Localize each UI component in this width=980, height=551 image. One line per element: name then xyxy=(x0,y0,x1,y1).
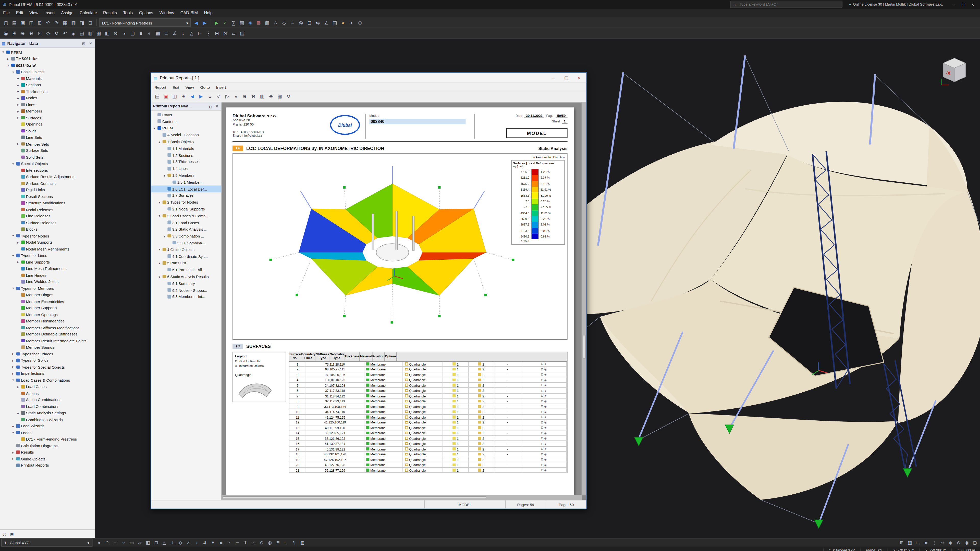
zoom-in-icon[interactable]: ⊕ xyxy=(19,29,27,37)
tree-item[interactable]: ▸ Results xyxy=(0,449,95,456)
close-panel-icon[interactable]: × xyxy=(88,41,93,45)
isometric-view-icon[interactable]: ◈ xyxy=(69,29,78,37)
axes-icon[interactable]: ∠ xyxy=(322,18,330,27)
dimension-icon[interactable]: ⊢ xyxy=(234,538,242,547)
eccentricity-icon[interactable]: ∠ xyxy=(185,538,192,547)
supports-display-icon[interactable]: △ xyxy=(188,29,196,37)
report-tree-item[interactable]: 4.1 Coordinate Sys... xyxy=(151,253,221,259)
tree-item[interactable]: ▸ Types for Surfaces xyxy=(0,351,95,357)
guideline-icon[interactable]: ⋯ xyxy=(250,538,258,547)
pin-icon[interactable]: ⊡ xyxy=(81,41,86,45)
rendering-icon[interactable]: ▨ xyxy=(331,18,339,27)
new-model-icon[interactable]: ▢ xyxy=(2,18,10,27)
previous-load-case-icon[interactable]: ◀ xyxy=(192,18,200,27)
tree-item[interactable]: Load Combinations xyxy=(0,403,95,410)
report-tree-item[interactable]: ▾ 5 Parts List xyxy=(151,260,221,266)
hinges-icon[interactable]: ◇ xyxy=(280,18,288,27)
view-z-icon[interactable]: ▦ xyxy=(95,29,103,37)
expander-icon[interactable]: ▸ xyxy=(16,103,20,106)
redo-icon[interactable]: ↷ xyxy=(52,18,61,27)
calculate-all-icon[interactable]: ▶ xyxy=(213,18,221,27)
tree-item[interactable]: ▾ Special Objects xyxy=(0,160,95,167)
expander-icon[interactable]: ▸ xyxy=(11,365,15,369)
report-vertical-scrollbar[interactable] xyxy=(581,103,587,495)
section-icon[interactable]: ⊟ xyxy=(305,18,313,27)
menu-item[interactable]: Window xyxy=(156,11,177,15)
expander-icon[interactable]: ▸ xyxy=(16,142,20,146)
workplane-snap-icon[interactable]: ▱ xyxy=(939,538,946,547)
license-info[interactable]: ● Online License 30 | Martin Motlík | Dl… xyxy=(845,3,947,6)
settings-icon[interactable]: ⊙ xyxy=(356,18,364,27)
expander-icon[interactable]: ▾ xyxy=(158,275,161,278)
tree-item[interactable]: Member Openings xyxy=(0,311,95,318)
report-page-area[interactable]: Dlubal Software s.r.o. Anglická 28 Praha… xyxy=(222,103,586,500)
local-axes-icon[interactable]: ∠ xyxy=(171,29,179,37)
panel-toggle-icon[interactable]: ◨ xyxy=(78,18,86,27)
report-tree-item[interactable]: ▾ 4 Guide Objects xyxy=(151,246,221,253)
full-model-icon[interactable]: ⊙ xyxy=(111,29,120,37)
zoom-out-icon[interactable]: ⊖ xyxy=(249,92,258,100)
tables-icon[interactable]: ▥ xyxy=(69,18,78,27)
print-icon[interactable]: ◫ xyxy=(27,18,35,27)
expander-icon[interactable]: ▸ xyxy=(16,109,20,113)
result-values-icon[interactable]: ▧ xyxy=(238,18,246,27)
nodal-support-icon[interactable]: △ xyxy=(160,538,168,547)
nodal-load-icon[interactable]: ↓ xyxy=(193,538,201,547)
report-tree-item[interactable]: ▾ 1.5 Members xyxy=(151,172,221,179)
perspective-icon[interactable]: ◧ xyxy=(103,29,111,37)
tree-item[interactable]: Surface Contacts xyxy=(0,180,95,186)
expander-icon[interactable]: ▾ xyxy=(158,214,161,218)
zoom-window-icon[interactable]: ⊡ xyxy=(36,29,44,37)
data-navigator-icon[interactable]: ▦ xyxy=(61,18,69,27)
solid-display-icon[interactable]: ■ xyxy=(137,29,145,37)
surface-load-icon[interactable]: ▼ xyxy=(209,538,217,547)
cad-snap-icon[interactable]: ◈ xyxy=(947,538,955,547)
rectangle-icon[interactable]: ▭ xyxy=(128,538,136,547)
expander-icon[interactable]: ▸ xyxy=(16,411,20,415)
results-icon[interactable]: ∑ xyxy=(229,18,238,27)
snap-grid-icon[interactable]: ⊞ xyxy=(898,538,906,547)
minimize-button[interactable]: – xyxy=(950,0,959,8)
navigation-cube[interactable]: -X xyxy=(936,52,973,89)
expander-icon[interactable]: ▸ xyxy=(11,450,15,454)
grid-icon[interactable]: ⊞ xyxy=(213,29,221,37)
report-tree-item[interactable]: ▾ 6 Static Analysis Results xyxy=(151,273,221,280)
report-menu-item[interactable]: View xyxy=(183,85,197,89)
print-preview-icon[interactable]: ▦ xyxy=(275,92,284,100)
report-menu-item[interactable]: Insert xyxy=(213,85,229,89)
print-report-icon[interactable]: ◫ xyxy=(171,92,179,100)
report-tree-item[interactable]: Contents xyxy=(151,118,221,124)
expander-icon[interactable]: ▾ xyxy=(11,162,15,165)
tree-item[interactable]: Solid Sets xyxy=(0,154,95,160)
next-page-icon[interactable]: ▷ xyxy=(223,92,231,100)
tree-item[interactable]: ▾ Loads xyxy=(0,429,95,436)
next-load-case-icon[interactable]: ▶ xyxy=(200,18,209,27)
expander-icon[interactable]: ▸ xyxy=(16,240,20,244)
background-icon[interactable]: ▨ xyxy=(238,29,246,37)
tree-item[interactable]: Line Mesh Refinements xyxy=(0,265,95,272)
report-tree-item[interactable]: 3.2 Static Analysis ... xyxy=(151,226,221,232)
tree-item[interactable]: ▸ Nodes xyxy=(0,95,95,101)
tree-item[interactable]: ▸ Lines xyxy=(0,101,95,108)
previous-view-icon[interactable]: ↶ xyxy=(61,29,69,37)
keyword-search[interactable]: ⊙ xyxy=(730,0,843,8)
report-nav-close-icon[interactable]: × xyxy=(215,104,220,108)
solid-icon[interactable]: ◧ xyxy=(144,538,152,547)
last-page-icon[interactable]: » xyxy=(232,92,240,100)
report-tree-item[interactable]: ▾ 3 Load Cases & Combi... xyxy=(151,213,221,219)
tree-item[interactable]: Nodal Releases xyxy=(0,206,95,213)
mesh-display-icon[interactable]: ▩ xyxy=(154,29,162,37)
tree-item[interactable]: ▾ RFEM xyxy=(0,49,95,56)
tree-item[interactable]: Nodal Mesh Refinements xyxy=(0,245,95,252)
coordinate-system-selector[interactable]: 1 - Global XYZ ▾ xyxy=(1,538,93,547)
layers-icon[interactable]: ≣ xyxy=(274,538,282,547)
insert-node-icon[interactable]: ● xyxy=(95,538,103,547)
tree-item[interactable]: ▸ Imperfections xyxy=(0,370,95,377)
go-back-icon[interactable]: ◀ xyxy=(188,92,196,100)
work-plane-icon[interactable]: ▱ xyxy=(230,29,238,37)
visibility-mode-icon[interactable]: ◎ xyxy=(266,538,274,547)
numbering-icon[interactable]: ≡ xyxy=(288,18,297,27)
expander-icon[interactable]: ▸ xyxy=(11,457,15,461)
comment-icon[interactable]: ¶ xyxy=(290,538,298,547)
menu-item[interactable]: Assign xyxy=(58,11,76,15)
